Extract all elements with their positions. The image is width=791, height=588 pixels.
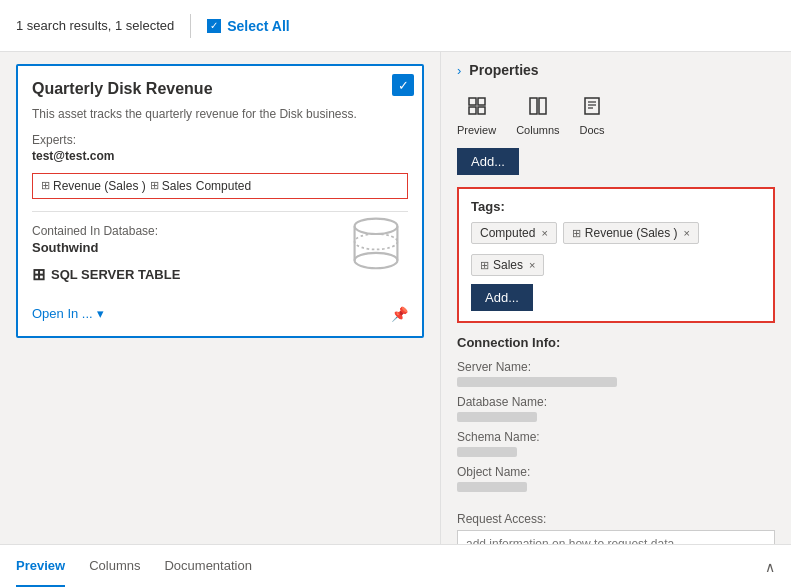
right-panel-header: › Properties — [441, 52, 791, 88]
open-in-chevron: ▾ — [97, 306, 104, 321]
experts-label: Experts: — [32, 133, 408, 147]
tab-preview[interactable]: Preview — [16, 546, 65, 587]
search-results-text: 1 search results, 1 selected — [16, 18, 174, 33]
right-panel: › Properties Preview Columns Doc — [440, 52, 791, 544]
database-name-value — [457, 412, 537, 422]
card-title: Quarterly Disk Revenue — [32, 80, 408, 98]
card-tag-computed-label: Computed — [196, 179, 251, 193]
card-tag-sales-label: Sales — [162, 179, 192, 193]
svg-point-4 — [355, 234, 398, 249]
collapse-icon[interactable]: › — [457, 63, 461, 78]
bottom-tabs: Preview Columns Documentation ∧ — [0, 544, 791, 588]
svg-rect-6 — [478, 98, 485, 105]
computed-tag-remove[interactable]: × — [541, 227, 547, 239]
tag-revenue-sales: ⊞ Revenue (Sales ) × — [563, 222, 699, 244]
card-checkbox[interactable]: ✓ — [392, 74, 414, 96]
tags-label: Tags: — [471, 199, 761, 214]
schema-name-row: Schema Name: — [457, 430, 775, 457]
tags-add-button[interactable]: Add... — [471, 284, 533, 311]
preview-icon — [467, 96, 487, 121]
tab-columns[interactable]: Columns — [89, 546, 140, 587]
select-all-label[interactable]: Select All — [227, 18, 290, 34]
database-icon — [346, 216, 406, 276]
pin-icon[interactable]: 📌 — [391, 306, 408, 322]
revenue-sales-label: Revenue (Sales ) — [585, 226, 678, 240]
card-type-label: SQL SERVER TABLE — [51, 267, 180, 282]
server-name-value — [457, 377, 617, 387]
sales-tag-icon: ⊞ — [150, 179, 159, 192]
svg-rect-8 — [478, 107, 485, 114]
tab-preview-label: Preview — [16, 558, 65, 573]
card-description: This asset tracks the quarterly revenue … — [32, 106, 408, 123]
card-tags-box: ⊞ Revenue (Sales ) ⊞ Sales Computed — [32, 173, 408, 199]
open-in-button[interactable]: Open In ... ▾ — [32, 306, 104, 321]
top-bar: 1 search results, 1 selected ✓ Select Al… — [0, 0, 791, 52]
connection-label: Connection Info: — [457, 335, 775, 350]
database-name-row: Database Name: — [457, 395, 775, 422]
toolbar-docs-label: Docs — [580, 124, 605, 136]
computed-tag-label: Computed — [480, 226, 535, 240]
tags-section: Tags: Computed × ⊞ Revenue (Sales ) × ⊞ — [457, 187, 775, 323]
svg-rect-11 — [585, 98, 599, 114]
top-add-button[interactable]: Add... — [457, 148, 519, 175]
svg-rect-9 — [530, 98, 537, 114]
tab-columns-label: Columns — [89, 558, 140, 573]
columns-icon — [528, 96, 548, 121]
vertical-divider — [190, 14, 191, 38]
svg-rect-5 — [469, 98, 476, 105]
tags-area: Computed × ⊞ Revenue (Sales ) × ⊞ Sales … — [471, 222, 761, 276]
right-panel-toolbar: Preview Columns Docs — [441, 88, 791, 140]
table-icon: ⊞ — [32, 265, 45, 284]
database-name-label: Database Name: — [457, 395, 775, 409]
request-access-input[interactable] — [457, 530, 775, 544]
schema-name-value — [457, 447, 517, 457]
main-content: ✓ Quarterly Disk Revenue This asset trac… — [0, 52, 791, 544]
card-footer: Open In ... ▾ 📌 — [32, 298, 408, 322]
card-divider — [32, 211, 408, 212]
schema-name-label: Schema Name: — [457, 430, 775, 444]
properties-title: Properties — [469, 62, 538, 78]
toolbar-preview[interactable]: Preview — [457, 96, 496, 136]
svg-point-0 — [355, 218, 398, 233]
tab-documentation-label: Documentation — [164, 558, 251, 573]
server-name-label: Server Name: — [457, 360, 775, 374]
bottom-tabs-chevron[interactable]: ∧ — [765, 559, 775, 575]
request-access-section: Request Access: — [441, 508, 791, 544]
object-name-row: Object Name: — [457, 465, 775, 492]
revenue-tag-icon: ⊞ — [41, 179, 50, 192]
request-access-label: Request Access: — [457, 512, 775, 526]
card-tag-computed: Computed — [196, 179, 251, 193]
tag-sales: ⊞ Sales × — [471, 254, 544, 276]
card-tag-sales: ⊞ Sales — [150, 179, 192, 193]
toolbar-columns[interactable]: Columns — [516, 96, 559, 136]
sales-label: Sales — [493, 258, 523, 272]
card-tag-revenue: ⊞ Revenue (Sales ) — [41, 179, 146, 193]
sales-icon2: ⊞ — [480, 259, 489, 272]
open-in-label: Open In ... — [32, 306, 93, 321]
revenue-tag-remove[interactable]: × — [684, 227, 690, 239]
bottom-tabs-left: Preview Columns Documentation — [16, 546, 252, 587]
revenue-icon: ⊞ — [572, 227, 581, 240]
select-all-checkbox[interactable]: ✓ — [207, 19, 221, 33]
experts-value: test@test.com — [32, 149, 408, 163]
svg-rect-7 — [469, 107, 476, 114]
select-all-container[interactable]: ✓ Select All — [207, 18, 290, 34]
tag-computed: Computed × — [471, 222, 557, 244]
card-tag-revenue-label: Revenue (Sales ) — [53, 179, 146, 193]
svg-point-3 — [355, 253, 398, 268]
left-panel: ✓ Quarterly Disk Revenue This asset trac… — [0, 52, 440, 544]
tab-documentation[interactable]: Documentation — [164, 546, 251, 587]
server-name-row: Server Name: — [457, 360, 775, 387]
docs-icon — [582, 96, 602, 121]
tags-row2: ⊞ Sales × — [471, 254, 761, 276]
toolbar-preview-label: Preview — [457, 124, 496, 136]
sales-tag-remove[interactable]: × — [529, 259, 535, 271]
object-name-value — [457, 482, 527, 492]
object-name-label: Object Name: — [457, 465, 775, 479]
toolbar-columns-label: Columns — [516, 124, 559, 136]
svg-rect-10 — [539, 98, 546, 114]
asset-card: ✓ Quarterly Disk Revenue This asset trac… — [16, 64, 424, 338]
connection-section: Connection Info: Server Name: Database N… — [441, 327, 791, 508]
toolbar-docs[interactable]: Docs — [580, 96, 605, 136]
